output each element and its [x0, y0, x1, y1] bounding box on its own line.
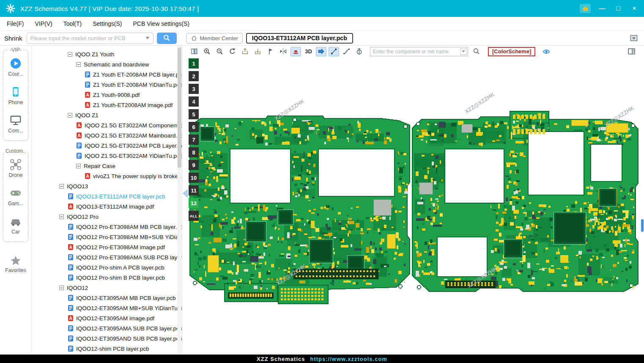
tree-item[interactable]: AIQOO Z1 5G ET3022AM Component.pdf: [32, 120, 182, 130]
status-url[interactable]: https://www.xzztools.com: [310, 356, 387, 362]
collapse-icon[interactable]: [68, 113, 72, 118]
layer-tile-5[interactable]: 5: [189, 109, 199, 119]
menu-item-vip[interactable]: VIP(V): [35, 20, 52, 27]
tree-item[interactable]: AIQOO Z1 5G ET3022AM Mainboard.pdf: [32, 130, 182, 140]
menu-item-tool[interactable]: Tool(T): [63, 20, 82, 27]
layer-tile-10[interactable]: 10: [189, 173, 199, 183]
collapse-icon[interactable]: [68, 52, 72, 57]
collapse-icon[interactable]: [59, 184, 64, 189]
tree-item[interactable]: IQOO12 Pro-ET3098AM MB PCB layer.pcb: [32, 222, 182, 232]
probe-button[interactable]: [354, 47, 364, 56]
zoom-in-button[interactable]: [202, 47, 212, 56]
export-button[interactable]: [240, 47, 250, 56]
menu-item-settings[interactable]: Settings(S): [93, 20, 122, 27]
model-search-box[interactable]: [27, 33, 153, 44]
tree-item[interactable]: IQOO12 Pro-ET3098AM MB+SUB YiDianTu.pcb: [32, 232, 182, 242]
visibility-button[interactable]: [543, 48, 550, 55]
tree-item[interactable]: AvivoZ1 The power supply is broken.pdf: [32, 171, 182, 181]
net-search-input[interactable]: [373, 49, 458, 55]
tree-item[interactable]: AIQOO12 Pro-ET3098AM image.pdf: [32, 242, 182, 252]
collapse-icon[interactable]: [59, 286, 64, 290]
rotate-button[interactable]: [227, 47, 238, 56]
tree-item[interactable]: IQOO12-ET3095AM MB PCB layer.pcb: [32, 293, 182, 303]
tree-item[interactable]: IQOO12-ET3095AM MB+SUB YiDianTu.pcb: [32, 303, 182, 313]
tree-item[interactable]: IQOO12 Pro-shim A PCB layer.pcb: [32, 262, 182, 272]
layer-tile-all[interactable]: ALL: [189, 211, 199, 221]
layer-tile-4[interactable]: 4: [189, 96, 199, 107]
tree-item[interactable]: AIQOO13-ET3112AM image.pdf: [32, 201, 182, 212]
tree-item[interactable]: IQOO12 Pro-ET3098AMA SUB PCB layer.pcb: [32, 252, 182, 262]
net-search-box[interactable]: [370, 47, 468, 56]
layer-tile-12[interactable]: 12: [189, 198, 199, 208]
close-document-icon[interactable]: [630, 34, 638, 42]
pin-button[interactable]: [265, 47, 276, 56]
curve-button[interactable]: [341, 47, 352, 56]
tree-scrollbar-thumb[interactable]: [178, 47, 181, 168]
layer-tile-11[interactable]: 11: [189, 185, 199, 195]
tree-group[interactable]: IQOO Z1: [32, 110, 182, 120]
member-center-button[interactable]: Member Center: [186, 33, 243, 44]
pcb-board-view[interactable]: XZZ@XZZHKXZZ@XZZHKXZZ@XZZHKXZZ@XZZHKXZZ@…: [182, 56, 644, 355]
shrink-button[interactable]: Shrink: [4, 35, 22, 42]
layer-tile-1[interactable]: 1: [189, 58, 199, 69]
view-3d-button[interactable]: 3D: [303, 47, 314, 56]
layer-tile-6[interactable]: 6: [189, 122, 199, 132]
maximize-button[interactable]: □: [614, 5, 623, 12]
tree-group[interactable]: IQOO12: [32, 283, 182, 293]
stamp-button[interactable]: [290, 47, 301, 56]
collapse-icon[interactable]: [76, 164, 81, 168]
sidebar-item-courses[interactable]: Cour...: [8, 57, 23, 77]
layer-tile-9[interactable]: 9: [189, 160, 199, 170]
tree-item[interactable]: Z1 Youth ET-2008AM PCB layer.pcb: [32, 69, 182, 80]
layer-tile-7[interactable]: 7: [189, 135, 199, 145]
layer-tile-8[interactable]: 8: [189, 147, 199, 157]
tree-item[interactable]: Z1 Youth ET-2008AM YiDianTu.pcb: [32, 80, 182, 90]
draw-line-button[interactable]: [329, 47, 339, 56]
collapse-icon[interactable]: [76, 62, 81, 67]
sidebar-item-car[interactable]: Car: [9, 215, 22, 235]
tree-item[interactable]: IQOO Z1 5G-ET3022AM PCB Layer.pcb: [32, 140, 182, 151]
tab-active-pcb[interactable]: IQOO13-ET3112AM PCB layer.pcb: [246, 33, 353, 44]
right-panel-handle[interactable]: [641, 219, 644, 232]
sidebar-item-phone[interactable]: Phone: [8, 85, 23, 105]
tree-group[interactable]: IQOO Z1 Youth: [32, 49, 182, 59]
search-button[interactable]: [157, 33, 177, 44]
menu-item-pcb-view-settings[interactable]: PCB View settings(S): [133, 20, 189, 27]
dual-view-button[interactable]: [189, 47, 200, 56]
layer-panel-toggle-button[interactable]: [628, 47, 636, 55]
close-button[interactable]: ×: [630, 5, 639, 12]
tree-group[interactable]: Repair Case: [32, 161, 182, 171]
tree-item[interactable]: IQOO12-shim PCB layer.pcb: [32, 344, 182, 354]
vip-renewal-button[interactable]: [580, 4, 591, 13]
tree-item[interactable]: IQOO12-ET3095AMA SUB PCB layer.pcb: [32, 323, 182, 333]
model-search-input[interactable]: [30, 35, 143, 41]
layer-tile-2[interactable]: 2: [189, 71, 199, 81]
collapse-icon[interactable]: [59, 214, 64, 219]
tree-item[interactable]: AIQOO12-ET3095AM image.pdf: [32, 313, 182, 323]
sidebar-item-favorites[interactable]: Favorites: [5, 255, 26, 273]
open-top-button[interactable]: [252, 47, 263, 56]
tree-item[interactable]: IQOO Z1 5G-ET3022AM YiDianTu.pcb: [32, 151, 182, 161]
tree-group[interactable]: IQOO12 Pro: [32, 212, 182, 222]
sidebar-item-computer[interactable]: Com...: [8, 114, 23, 134]
net-search-dropdown[interactable]: [460, 48, 467, 55]
layer-tile-3[interactable]: 3: [189, 84, 199, 94]
tree-item[interactable]: IQOO13-ET3112AM PCB layer.pcb: [32, 191, 182, 201]
tree-item[interactable]: IQOO12 Pro-shim B PCB layer.pcb: [32, 272, 182, 283]
tree-item[interactable]: IQOO12-ET3095AND SUB PCB layer.pcb: [32, 333, 182, 344]
tree-item[interactable]: AZ1 Youth-9008.pdf: [32, 90, 182, 100]
select-arrow-button[interactable]: [316, 47, 326, 56]
menu-item-file[interactable]: File(F): [7, 20, 24, 27]
collapse-tree-handle[interactable]: [183, 189, 188, 198]
tree-group[interactable]: IQOO13: [32, 181, 182, 191]
chevron-down-icon[interactable]: [145, 37, 150, 39]
sidebar-item-game[interactable]: Gam...: [8, 187, 23, 206]
tree-scrollbar[interactable]: [177, 46, 181, 355]
minimize-button[interactable]: —: [597, 5, 607, 12]
sidebar-item-drone[interactable]: Drone: [9, 158, 23, 178]
net-search-button[interactable]: [473, 48, 480, 55]
color-scheme-button[interactable]: [ColorScheme]: [488, 47, 535, 56]
flip-horizontal-button[interactable]: [278, 47, 288, 56]
tree-item[interactable]: AZ1 Youth-ET2008AM image.pdf: [32, 100, 182, 110]
zoom-out-button[interactable]: [214, 47, 225, 56]
